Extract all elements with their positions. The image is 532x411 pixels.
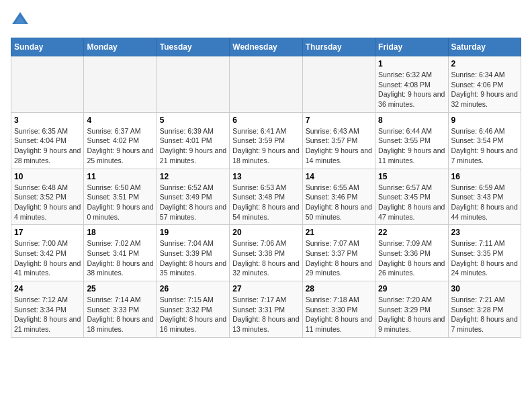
day-number: 11 bbox=[87, 172, 153, 181]
day-info: Sunrise: 6:57 AM Sunset: 3:45 PM Dayligh… bbox=[378, 183, 445, 222]
day-cell: 7Sunrise: 6:43 AM Sunset: 3:57 PM Daylig… bbox=[302, 112, 375, 169]
day-number: 30 bbox=[451, 284, 518, 293]
day-number: 10 bbox=[14, 172, 81, 181]
header-cell-monday: Monday bbox=[84, 38, 157, 56]
day-cell bbox=[230, 56, 302, 113]
day-number: 17 bbox=[14, 228, 81, 237]
day-cell: 12Sunrise: 6:52 AM Sunset: 3:49 PM Dayli… bbox=[157, 169, 229, 225]
calendar-header: SundayMondayTuesdayWednesdayThursdayFrid… bbox=[11, 38, 521, 56]
day-info: Sunrise: 7:04 AM Sunset: 3:39 PM Dayligh… bbox=[160, 238, 226, 278]
day-info: Sunrise: 7:06 AM Sunset: 3:38 PM Dayligh… bbox=[232, 238, 299, 278]
day-info: Sunrise: 6:43 AM Sunset: 3:57 PM Dayligh… bbox=[306, 126, 372, 166]
day-info: Sunrise: 7:07 AM Sunset: 3:37 PM Dayligh… bbox=[306, 238, 372, 278]
day-cell: 19Sunrise: 7:04 AM Sunset: 3:39 PM Dayli… bbox=[157, 225, 229, 281]
day-number: 28 bbox=[306, 284, 372, 293]
day-number: 26 bbox=[160, 284, 226, 293]
day-cell: 27Sunrise: 7:17 AM Sunset: 3:31 PM Dayli… bbox=[230, 281, 302, 338]
week-row: 17Sunrise: 7:00 AM Sunset: 3:42 PM Dayli… bbox=[11, 225, 521, 281]
day-cell: 10Sunrise: 6:48 AM Sunset: 3:52 PM Dayli… bbox=[11, 169, 84, 225]
header-cell-friday: Friday bbox=[375, 38, 448, 56]
day-number: 16 bbox=[451, 172, 518, 181]
day-cell: 2Sunrise: 6:34 AM Sunset: 4:06 PM Daylig… bbox=[448, 56, 521, 113]
day-info: Sunrise: 7:20 AM Sunset: 3:29 PM Dayligh… bbox=[378, 295, 445, 334]
header-cell-sunday: Sunday bbox=[11, 38, 84, 56]
day-number: 5 bbox=[160, 116, 226, 125]
day-cell: 16Sunrise: 6:59 AM Sunset: 3:43 PM Dayli… bbox=[448, 169, 521, 225]
day-number: 23 bbox=[451, 228, 518, 237]
day-info: Sunrise: 7:21 AM Sunset: 3:28 PM Dayligh… bbox=[451, 295, 518, 334]
day-cell bbox=[11, 56, 84, 113]
day-cell: 11Sunrise: 6:50 AM Sunset: 3:51 PM Dayli… bbox=[84, 169, 157, 225]
logo-icon bbox=[11, 11, 30, 30]
page-header bbox=[11, 11, 521, 30]
calendar-body: 1Sunrise: 6:32 AM Sunset: 4:08 PM Daylig… bbox=[11, 56, 521, 338]
day-number: 21 bbox=[306, 228, 372, 237]
day-cell: 18Sunrise: 7:02 AM Sunset: 3:41 PM Dayli… bbox=[84, 225, 157, 281]
day-number: 15 bbox=[378, 172, 445, 181]
day-number: 19 bbox=[160, 228, 226, 237]
day-number: 2 bbox=[451, 59, 518, 68]
day-cell: 1Sunrise: 6:32 AM Sunset: 4:08 PM Daylig… bbox=[375, 56, 448, 113]
day-info: Sunrise: 7:09 AM Sunset: 3:36 PM Dayligh… bbox=[378, 238, 445, 278]
day-info: Sunrise: 6:59 AM Sunset: 3:43 PM Dayligh… bbox=[451, 183, 518, 222]
day-cell: 8Sunrise: 6:44 AM Sunset: 3:55 PM Daylig… bbox=[375, 112, 448, 169]
calendar: SundayMondayTuesdayWednesdayThursdayFrid… bbox=[11, 38, 521, 338]
day-info: Sunrise: 6:44 AM Sunset: 3:55 PM Dayligh… bbox=[378, 126, 445, 166]
day-cell: 23Sunrise: 7:11 AM Sunset: 3:35 PM Dayli… bbox=[448, 225, 521, 281]
day-cell: 26Sunrise: 7:15 AM Sunset: 3:32 PM Dayli… bbox=[157, 281, 229, 338]
day-cell: 15Sunrise: 6:57 AM Sunset: 3:45 PM Dayli… bbox=[375, 169, 448, 225]
day-info: Sunrise: 6:52 AM Sunset: 3:49 PM Dayligh… bbox=[160, 183, 226, 222]
day-info: Sunrise: 6:41 AM Sunset: 3:59 PM Dayligh… bbox=[232, 126, 299, 166]
day-number: 9 bbox=[451, 116, 518, 125]
day-info: Sunrise: 7:12 AM Sunset: 3:34 PM Dayligh… bbox=[14, 295, 81, 334]
header-cell-thursday: Thursday bbox=[302, 38, 375, 56]
header-cell-tuesday: Tuesday bbox=[157, 38, 229, 56]
day-number: 4 bbox=[87, 116, 153, 125]
day-cell: 17Sunrise: 7:00 AM Sunset: 3:42 PM Dayli… bbox=[11, 225, 84, 281]
day-number: 29 bbox=[378, 284, 445, 293]
day-cell: 29Sunrise: 7:20 AM Sunset: 3:29 PM Dayli… bbox=[375, 281, 448, 338]
day-cell: 21Sunrise: 7:07 AM Sunset: 3:37 PM Dayli… bbox=[302, 225, 375, 281]
day-info: Sunrise: 7:11 AM Sunset: 3:35 PM Dayligh… bbox=[451, 238, 518, 278]
week-row: 10Sunrise: 6:48 AM Sunset: 3:52 PM Dayli… bbox=[11, 169, 521, 225]
day-number: 8 bbox=[378, 116, 445, 125]
day-cell: 28Sunrise: 7:18 AM Sunset: 3:30 PM Dayli… bbox=[302, 281, 375, 338]
logo bbox=[11, 11, 32, 30]
day-number: 13 bbox=[232, 172, 299, 181]
day-number: 3 bbox=[14, 116, 81, 125]
day-number: 12 bbox=[160, 172, 226, 181]
day-number: 25 bbox=[87, 284, 153, 293]
day-cell bbox=[302, 56, 375, 113]
day-info: Sunrise: 7:15 AM Sunset: 3:32 PM Dayligh… bbox=[160, 295, 226, 334]
day-info: Sunrise: 7:00 AM Sunset: 3:42 PM Dayligh… bbox=[14, 238, 81, 278]
day-cell: 13Sunrise: 6:53 AM Sunset: 3:48 PM Dayli… bbox=[230, 169, 302, 225]
day-cell: 24Sunrise: 7:12 AM Sunset: 3:34 PM Dayli… bbox=[11, 281, 84, 338]
day-info: Sunrise: 7:18 AM Sunset: 3:30 PM Dayligh… bbox=[306, 295, 372, 334]
day-number: 18 bbox=[87, 228, 153, 237]
day-cell: 6Sunrise: 6:41 AM Sunset: 3:59 PM Daylig… bbox=[230, 112, 302, 169]
day-cell: 4Sunrise: 6:37 AM Sunset: 4:02 PM Daylig… bbox=[84, 112, 157, 169]
header-cell-wednesday: Wednesday bbox=[230, 38, 302, 56]
day-cell: 14Sunrise: 6:55 AM Sunset: 3:46 PM Dayli… bbox=[302, 169, 375, 225]
day-info: Sunrise: 6:46 AM Sunset: 3:54 PM Dayligh… bbox=[451, 126, 518, 166]
day-number: 7 bbox=[306, 116, 372, 125]
day-info: Sunrise: 6:50 AM Sunset: 3:51 PM Dayligh… bbox=[87, 183, 153, 222]
week-row: 1Sunrise: 6:32 AM Sunset: 4:08 PM Daylig… bbox=[11, 56, 521, 113]
day-number: 22 bbox=[378, 228, 445, 237]
day-cell: 30Sunrise: 7:21 AM Sunset: 3:28 PM Dayli… bbox=[448, 281, 521, 338]
day-cell bbox=[84, 56, 157, 113]
header-row: SundayMondayTuesdayWednesdayThursdayFrid… bbox=[11, 38, 521, 56]
day-info: Sunrise: 6:34 AM Sunset: 4:06 PM Dayligh… bbox=[451, 70, 518, 109]
day-info: Sunrise: 6:35 AM Sunset: 4:04 PM Dayligh… bbox=[14, 126, 81, 166]
day-info: Sunrise: 6:48 AM Sunset: 3:52 PM Dayligh… bbox=[14, 183, 81, 222]
day-info: Sunrise: 7:17 AM Sunset: 3:31 PM Dayligh… bbox=[232, 295, 299, 334]
day-cell bbox=[157, 56, 229, 113]
day-info: Sunrise: 7:14 AM Sunset: 3:33 PM Dayligh… bbox=[87, 295, 153, 334]
day-cell: 25Sunrise: 7:14 AM Sunset: 3:33 PM Dayli… bbox=[84, 281, 157, 338]
day-number: 24 bbox=[14, 284, 81, 293]
header-cell-saturday: Saturday bbox=[448, 38, 521, 56]
day-cell: 22Sunrise: 7:09 AM Sunset: 3:36 PM Dayli… bbox=[375, 225, 448, 281]
day-info: Sunrise: 6:37 AM Sunset: 4:02 PM Dayligh… bbox=[87, 126, 153, 166]
day-number: 1 bbox=[378, 59, 445, 68]
day-number: 14 bbox=[306, 172, 372, 181]
